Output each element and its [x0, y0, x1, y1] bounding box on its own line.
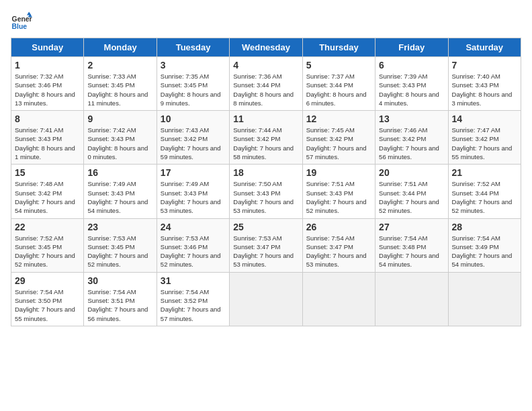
day-number: 24	[161, 222, 226, 232]
day-info: Sunrise: 7:52 AMSunset: 3:45 PMDaylight:…	[15, 234, 80, 269]
day-number: 27	[379, 222, 444, 232]
calendar-week-row: 1 Sunrise: 7:32 AMSunset: 3:46 PMDayligh…	[11, 57, 521, 111]
day-info: Sunrise: 7:51 AMSunset: 3:43 PMDaylight:…	[306, 179, 371, 215]
day-info: Sunrise: 7:54 AMSunset: 3:48 PMDaylight:…	[379, 234, 444, 269]
calendar-cell	[302, 272, 375, 326]
calendar-cell: 19 Sunrise: 7:51 AMSunset: 3:43 PMDaylig…	[302, 165, 375, 218]
calendar-cell: 21 Sunrise: 7:52 AMSunset: 3:44 PMDaylig…	[448, 165, 521, 218]
day-number: 21	[452, 167, 517, 178]
calendar-cell: 25 Sunrise: 7:53 AMSunset: 3:47 PMDaylig…	[230, 218, 302, 272]
weekday-header: Tuesday	[157, 38, 229, 57]
calendar-cell: 28 Sunrise: 7:54 AMSunset: 3:49 PMDaylig…	[448, 218, 521, 272]
calendar-cell: 16 Sunrise: 7:49 AMSunset: 3:43 PMDaylig…	[84, 165, 157, 218]
day-number: 15	[15, 167, 80, 178]
day-info: Sunrise: 7:45 AMSunset: 3:42 PMDaylight:…	[306, 126, 371, 161]
calendar-cell: 26 Sunrise: 7:54 AMSunset: 3:47 PMDaylig…	[302, 218, 375, 272]
calendar-cell: 17 Sunrise: 7:49 AMSunset: 3:43 PMDaylig…	[157, 165, 229, 218]
calendar-cell: 9 Sunrise: 7:42 AMSunset: 3:43 PMDayligh…	[84, 111, 157, 165]
calendar-cell: 27 Sunrise: 7:54 AMSunset: 3:48 PMDaylig…	[375, 218, 448, 272]
day-number: 2	[87, 60, 152, 71]
calendar-cell: 5 Sunrise: 7:37 AMSunset: 3:44 PMDayligh…	[302, 57, 375, 111]
day-number: 28	[452, 222, 517, 232]
day-info: Sunrise: 7:36 AMSunset: 3:44 PMDaylight:…	[233, 72, 298, 107]
calendar-cell: 6 Sunrise: 7:39 AMSunset: 3:43 PMDayligh…	[375, 57, 448, 111]
day-info: Sunrise: 7:51 AMSunset: 3:44 PMDaylight:…	[379, 179, 444, 215]
day-number: 19	[306, 167, 371, 178]
calendar-cell: 3 Sunrise: 7:35 AMSunset: 3:45 PMDayligh…	[157, 57, 229, 111]
day-info: Sunrise: 7:48 AMSunset: 3:42 PMDaylight:…	[15, 179, 80, 215]
day-number: 14	[452, 113, 517, 124]
day-info: Sunrise: 7:49 AMSunset: 3:43 PMDaylight:…	[87, 179, 152, 215]
day-info: Sunrise: 7:50 AMSunset: 3:43 PMDaylight:…	[233, 179, 298, 215]
calendar-table: SundayMondayTuesdayWednesdayThursdayFrid…	[11, 38, 521, 326]
calendar-cell: 30 Sunrise: 7:54 AMSunset: 3:51 PMDaylig…	[84, 272, 157, 326]
day-number: 17	[161, 167, 226, 178]
calendar-cell: 31 Sunrise: 7:54 AMSunset: 3:52 PMDaylig…	[157, 272, 229, 326]
calendar-week-row: 22 Sunrise: 7:52 AMSunset: 3:45 PMDaylig…	[11, 218, 521, 272]
day-number: 23	[87, 222, 152, 232]
day-info: Sunrise: 7:41 AMSunset: 3:43 PMDaylight:…	[15, 126, 80, 161]
day-number: 4	[233, 60, 298, 71]
day-number: 25	[233, 222, 298, 232]
day-info: Sunrise: 7:43 AMSunset: 3:42 PMDaylight:…	[161, 126, 226, 161]
calendar-cell: 7 Sunrise: 7:40 AMSunset: 3:43 PMDayligh…	[448, 57, 521, 111]
logo: General Blue	[11, 11, 32, 32]
calendar-cell	[448, 272, 521, 326]
page-header: General Blue	[11, 11, 521, 32]
logo-icon: General Blue	[11, 11, 32, 32]
svg-marker-2	[27, 12, 31, 15]
calendar-cell: 18 Sunrise: 7:50 AMSunset: 3:43 PMDaylig…	[230, 165, 302, 218]
day-number: 30	[87, 275, 152, 286]
day-info: Sunrise: 7:40 AMSunset: 3:43 PMDaylight:…	[452, 72, 517, 107]
weekday-header: Monday	[84, 38, 157, 57]
day-number: 9	[87, 113, 152, 124]
day-info: Sunrise: 7:46 AMSunset: 3:42 PMDaylight:…	[379, 126, 444, 161]
day-number: 18	[233, 167, 298, 178]
day-number: 11	[233, 113, 298, 124]
weekday-header: Saturday	[448, 38, 521, 57]
day-number: 10	[161, 113, 226, 124]
day-info: Sunrise: 7:37 AMSunset: 3:44 PMDaylight:…	[306, 72, 371, 107]
calendar-cell: 22 Sunrise: 7:52 AMSunset: 3:45 PMDaylig…	[11, 218, 84, 272]
day-info: Sunrise: 7:49 AMSunset: 3:43 PMDaylight:…	[161, 179, 226, 215]
calendar-cell: 1 Sunrise: 7:32 AMSunset: 3:46 PMDayligh…	[11, 57, 84, 111]
calendar-week-row: 29 Sunrise: 7:54 AMSunset: 3:50 PMDaylig…	[11, 272, 521, 326]
day-info: Sunrise: 7:52 AMSunset: 3:44 PMDaylight:…	[452, 179, 517, 215]
day-number: 16	[87, 167, 152, 178]
day-info: Sunrise: 7:32 AMSunset: 3:46 PMDaylight:…	[15, 72, 80, 107]
day-number: 13	[379, 113, 444, 124]
weekday-header: Friday	[375, 38, 448, 57]
weekday-header: Thursday	[302, 38, 375, 57]
day-info: Sunrise: 7:44 AMSunset: 3:42 PMDaylight:…	[233, 126, 298, 161]
day-info: Sunrise: 7:54 AMSunset: 3:51 PMDaylight:…	[87, 287, 152, 323]
calendar-cell	[230, 272, 302, 326]
day-info: Sunrise: 7:54 AMSunset: 3:52 PMDaylight:…	[161, 287, 226, 323]
day-info: Sunrise: 7:33 AMSunset: 3:45 PMDaylight:…	[87, 72, 152, 107]
calendar-cell: 15 Sunrise: 7:48 AMSunset: 3:42 PMDaylig…	[11, 165, 84, 218]
day-number: 5	[306, 60, 371, 71]
calendar-week-row: 15 Sunrise: 7:48 AMSunset: 3:42 PMDaylig…	[11, 165, 521, 218]
calendar-cell: 10 Sunrise: 7:43 AMSunset: 3:42 PMDaylig…	[157, 111, 229, 165]
calendar-cell: 23 Sunrise: 7:53 AMSunset: 3:45 PMDaylig…	[84, 218, 157, 272]
weekday-header: Wednesday	[230, 38, 302, 57]
calendar-cell: 14 Sunrise: 7:47 AMSunset: 3:42 PMDaylig…	[448, 111, 521, 165]
day-number: 6	[379, 60, 444, 71]
day-number: 26	[306, 222, 371, 232]
svg-text:Blue: Blue	[12, 23, 28, 30]
day-number: 1	[15, 60, 80, 71]
day-info: Sunrise: 7:54 AMSunset: 3:49 PMDaylight:…	[452, 234, 517, 269]
calendar-week-row: 8 Sunrise: 7:41 AMSunset: 3:43 PMDayligh…	[11, 111, 521, 165]
calendar-cell: 20 Sunrise: 7:51 AMSunset: 3:44 PMDaylig…	[375, 165, 448, 218]
day-info: Sunrise: 7:39 AMSunset: 3:43 PMDaylight:…	[379, 72, 444, 107]
weekday-header: Sunday	[11, 38, 84, 57]
calendar-cell: 4 Sunrise: 7:36 AMSunset: 3:44 PMDayligh…	[230, 57, 302, 111]
day-number: 7	[452, 60, 517, 71]
day-info: Sunrise: 7:47 AMSunset: 3:42 PMDaylight:…	[452, 126, 517, 161]
day-info: Sunrise: 7:54 AMSunset: 3:50 PMDaylight:…	[15, 287, 80, 323]
calendar-cell	[375, 272, 448, 326]
calendar-cell: 13 Sunrise: 7:46 AMSunset: 3:42 PMDaylig…	[375, 111, 448, 165]
day-number: 22	[15, 222, 80, 232]
day-info: Sunrise: 7:35 AMSunset: 3:45 PMDaylight:…	[161, 72, 226, 107]
day-info: Sunrise: 7:53 AMSunset: 3:47 PMDaylight:…	[233, 234, 298, 269]
day-number: 29	[15, 275, 80, 286]
